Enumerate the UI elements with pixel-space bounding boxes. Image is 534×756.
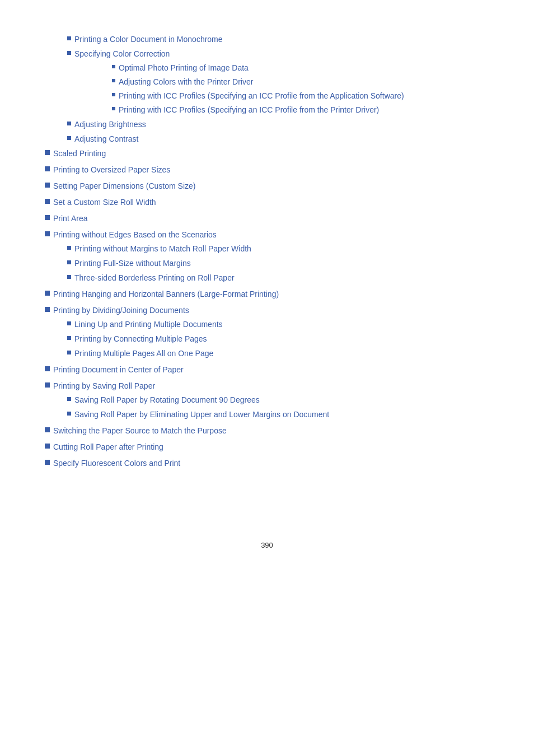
toc-item: Printing without Edges Based on the Scen… bbox=[45, 229, 489, 284]
toc-link[interactable]: Print Area bbox=[45, 213, 489, 225]
toc-item: Printing Document in Center of Paper bbox=[45, 364, 489, 376]
toc-item-label: Specifying Color Correction bbox=[74, 48, 170, 60]
toc-item: Setting Paper Dimensions (Custom Size) bbox=[45, 180, 489, 192]
toc-item-label: Setting Paper Dimensions (Custom Size) bbox=[53, 180, 195, 192]
toc-sublist: Lining Up and Printing Multiple Document… bbox=[45, 319, 489, 360]
toc-link[interactable]: Printing Document in Center of Paper bbox=[45, 364, 489, 376]
toc-item: Printing to Oversized Paper Sizes bbox=[45, 164, 489, 176]
toc-item-label: Adjusting Colors with the Printer Driver bbox=[119, 76, 253, 88]
toc-item-label: Printing Full-Size without Margins bbox=[74, 258, 191, 269]
toc-item-label: Printing Multiple Pages All on One Page bbox=[74, 348, 213, 360]
toc-item-label: Printing without Edges Based on the Scen… bbox=[53, 229, 217, 241]
toc-item-label: Saving Roll Paper by Rotating Document 9… bbox=[74, 394, 260, 406]
toc-item-label: Print Area bbox=[53, 213, 87, 225]
toc-link[interactable]: Printing without Margins to Match Roll P… bbox=[67, 243, 489, 255]
toc-link[interactable]: Printing to Oversized Paper Sizes bbox=[45, 164, 489, 176]
toc-link[interactable]: Specify Fluorescent Colors and Print bbox=[45, 458, 489, 469]
bullet-icon bbox=[45, 150, 50, 155]
toc-item: Printing by Dividing/Joining DocumentsLi… bbox=[45, 305, 489, 360]
toc-item: Adjusting Brightness bbox=[67, 119, 489, 130]
toc-item: Printing with ICC Profiles (Specifying a… bbox=[112, 90, 489, 102]
bullet-icon bbox=[67, 260, 71, 264]
toc-item-label: Printing Document in Center of Paper bbox=[53, 364, 184, 376]
bullet-icon bbox=[45, 444, 50, 449]
toc-item-label: Saving Roll Paper by Eliminating Upper a… bbox=[74, 409, 329, 421]
toc-sublist: Printing without Margins to Match Roll P… bbox=[45, 243, 489, 284]
toc-link[interactable]: Printing Hanging and Horizontal Banners … bbox=[45, 288, 489, 300]
toc-link[interactable]: Printing by Dividing/Joining Documents bbox=[45, 305, 489, 316]
bullet-icon bbox=[67, 336, 71, 340]
toc-item-label: Specify Fluorescent Colors and Print bbox=[53, 458, 180, 469]
bullet-icon bbox=[67, 412, 71, 416]
toc-link[interactable]: Printing by Saving Roll Paper bbox=[45, 380, 489, 392]
bullet-icon bbox=[112, 93, 115, 96]
toc-item-label: Printing with ICC Profiles (Specifying a… bbox=[119, 104, 379, 116]
toc-link[interactable]: Printing Full-Size without Margins bbox=[67, 258, 489, 269]
toc-link[interactable]: Optimal Photo Printing of Image Data bbox=[112, 62, 489, 74]
bullet-icon bbox=[45, 215, 50, 220]
bullet-icon bbox=[67, 397, 71, 401]
toc-link[interactable]: Setting Paper Dimensions (Custom Size) bbox=[45, 180, 489, 192]
toc-link[interactable]: Set a Custom Size Roll Width bbox=[45, 197, 489, 208]
bullet-icon bbox=[45, 199, 50, 204]
toc-link[interactable]: Scaled Printing bbox=[45, 148, 489, 160]
toc-list: Printing a Color Document in MonochromeS… bbox=[45, 34, 489, 469]
toc-item: Printing Hanging and Horizontal Banners … bbox=[45, 288, 489, 300]
toc-item: Printing by Connecting Multiple Pages bbox=[67, 333, 489, 345]
bullet-icon bbox=[45, 366, 50, 371]
toc-item-label: Printing by Connecting Multiple Pages bbox=[74, 333, 207, 345]
toc-item: Specifying Color CorrectionOptimal Photo… bbox=[67, 48, 489, 116]
bullet-icon bbox=[112, 65, 115, 68]
toc-item: Printing with ICC Profiles (Specifying a… bbox=[112, 104, 489, 116]
toc-link[interactable]: Cutting Roll Paper after Printing bbox=[45, 441, 489, 453]
toc-item: Printing by Saving Roll PaperSaving Roll… bbox=[45, 380, 489, 421]
bullet-icon bbox=[45, 427, 50, 432]
toc-link[interactable]: Printing a Color Document in Monochrome bbox=[67, 34, 489, 45]
toc-link[interactable]: Printing with ICC Profiles (Specifying a… bbox=[112, 90, 489, 102]
toc-item-label: Adjusting Contrast bbox=[74, 133, 138, 145]
toc-item-label: Three-sided Borderless Printing on Roll … bbox=[74, 272, 235, 284]
toc-item: Three-sided Borderless Printing on Roll … bbox=[67, 272, 489, 284]
toc-item: Cutting Roll Paper after Printing bbox=[45, 441, 489, 453]
toc-link[interactable]: Adjusting Colors with the Printer Driver bbox=[112, 76, 489, 88]
toc-item: Specify Fluorescent Colors and Print bbox=[45, 458, 489, 469]
bullet-icon bbox=[67, 122, 71, 125]
toc-item-label: Cutting Roll Paper after Printing bbox=[53, 441, 163, 453]
toc-item: Printing without Margins to Match Roll P… bbox=[67, 243, 489, 255]
toc-link[interactable]: Adjusting Brightness bbox=[67, 119, 489, 130]
toc-item: Lining Up and Printing Multiple Document… bbox=[67, 319, 489, 330]
toc-sublist: Saving Roll Paper by Rotating Document 9… bbox=[45, 394, 489, 421]
toc-item-label: Printing by Dividing/Joining Documents bbox=[53, 305, 189, 316]
bullet-icon bbox=[45, 460, 50, 465]
toc-item-label: Printing a Color Document in Monochrome bbox=[74, 34, 223, 45]
toc-link[interactable]: Adjusting Contrast bbox=[67, 133, 489, 145]
toc-item: Optimal Photo Printing of Image Data bbox=[112, 62, 489, 74]
toc-item: Saving Roll Paper by Rotating Document 9… bbox=[67, 394, 489, 406]
toc-link[interactable]: Saving Roll Paper by Rotating Document 9… bbox=[67, 394, 489, 406]
bullet-icon bbox=[67, 136, 71, 140]
bullet-icon bbox=[67, 321, 71, 325]
toc-link[interactable]: Saving Roll Paper by Eliminating Upper a… bbox=[67, 409, 489, 421]
toc-sublist: Optimal Photo Printing of Image DataAdju… bbox=[67, 62, 489, 116]
page-content: Printing a Color Document in MonochromeS… bbox=[0, 0, 534, 519]
toc-link[interactable]: Printing with ICC Profiles (Specifying a… bbox=[112, 104, 489, 116]
toc-link[interactable]: Printing Multiple Pages All on One Page bbox=[67, 348, 489, 360]
toc-item: Printing a Color Document in Monochrome bbox=[67, 34, 489, 45]
bullet-icon bbox=[45, 183, 50, 188]
bullet-icon bbox=[45, 166, 50, 171]
toc-link[interactable]: Three-sided Borderless Printing on Roll … bbox=[67, 272, 489, 284]
toc-link[interactable]: Specifying Color Correction bbox=[67, 48, 489, 60]
toc-link[interactable]: Printing by Connecting Multiple Pages bbox=[67, 333, 489, 345]
toc-item-label: Printing with ICC Profiles (Specifying a… bbox=[119, 90, 404, 102]
toc-item-label: Switching the Paper Source to Match the … bbox=[53, 425, 227, 437]
toc-item-label: Printing by Saving Roll Paper bbox=[53, 380, 155, 392]
bullet-icon bbox=[67, 51, 71, 55]
toc-item-label: Printing to Oversized Paper Sizes bbox=[53, 164, 170, 176]
toc-link[interactable]: Lining Up and Printing Multiple Document… bbox=[67, 319, 489, 330]
toc-item-label: Scaled Printing bbox=[53, 148, 106, 160]
toc-item-label: Printing without Margins to Match Roll P… bbox=[74, 243, 251, 255]
toc-item: Saving Roll Paper by Eliminating Upper a… bbox=[67, 409, 489, 421]
toc-link[interactable]: Switching the Paper Source to Match the … bbox=[45, 425, 489, 437]
toc-link[interactable]: Printing without Edges Based on the Scen… bbox=[45, 229, 489, 241]
bullet-icon bbox=[112, 79, 115, 82]
